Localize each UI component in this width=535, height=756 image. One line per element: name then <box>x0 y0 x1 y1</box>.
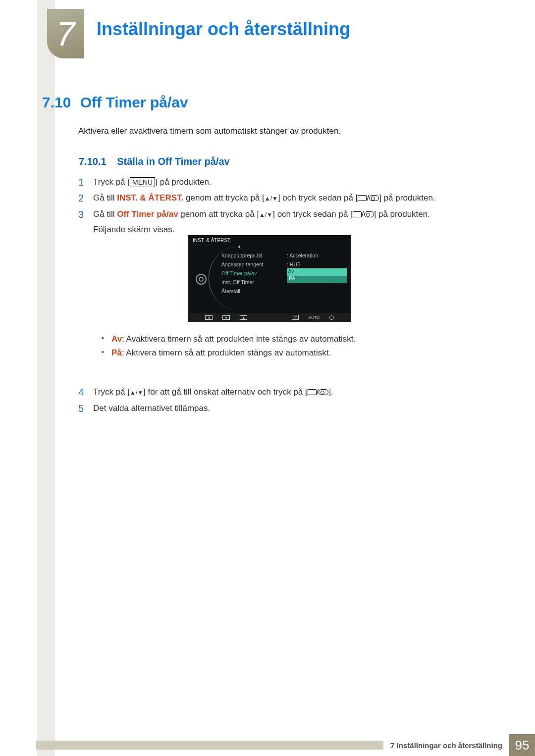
text: Gå till <box>93 209 117 219</box>
step-number: 2 <box>78 191 93 206</box>
up-down-icon: ▲/▼ <box>130 389 143 396</box>
step-3: 3 Gå till Off Timer på/av genom att tryc… <box>78 207 484 237</box>
bullet-pa: • På: Aktivera timern så att produkten s… <box>102 348 356 358</box>
text: genom att trycka på [ <box>178 209 259 219</box>
bullet-icon: • <box>102 334 111 344</box>
osd-row-label: Inst. Off Timer <box>221 278 264 287</box>
step-4: 4 Tryck på [▲/▼] för att gå till önskat … <box>78 385 484 400</box>
text: Gå till <box>93 193 117 202</box>
step-text: Gå till Off Timer på/av genom att trycka… <box>93 207 484 237</box>
step-number: 4 <box>78 385 93 400</box>
osd-row-label: Återställ <box>221 287 264 296</box>
step-text: Gå till INST. & ÅTERST. genom att trycka… <box>93 191 484 206</box>
option-label: På <box>111 348 122 357</box>
text: : Aktivera timern så att produkten stäng… <box>122 348 331 357</box>
enter-icon <box>319 389 328 395</box>
page-footer: 7 Inställningar och återställning 95 <box>0 734 535 756</box>
text: HUB <box>290 261 301 267</box>
bullet-icon: • <box>102 348 111 358</box>
footer-bar <box>36 741 383 750</box>
step-text: Det valda alternativet tillämpas. <box>93 401 484 416</box>
rect-icon <box>358 195 367 201</box>
emphasis: INST. & ÅTERST. <box>117 193 183 202</box>
text: Acceleration <box>289 252 318 258</box>
subsection-title: Ställa in Off Timer på/av <box>117 156 229 167</box>
osd-screenshot: INST. & ÅTERST. ▲ Knappupprepn.tid Anpas… <box>188 235 351 322</box>
osd-row-label: Anpassad tangent <box>221 260 264 269</box>
chapter-number: 7 <box>56 14 75 53</box>
footer-caption: 7 Inställningar och återställning <box>383 741 509 750</box>
osd-bottom-bar: ◄ ▼ ▲ ⏎ AUTO <box>188 313 351 322</box>
osd-left-icon: ◄ <box>205 315 213 320</box>
osd-down-icon: ▼ <box>222 315 230 320</box>
text: ] och tryck sedan på [ <box>272 209 353 219</box>
step-number: 1 <box>78 175 93 190</box>
text: ] på produkten. <box>379 193 435 202</box>
step-2: 2 Gå till INST. & ÅTERST. genom att tryc… <box>78 191 484 206</box>
chapter-tab: 7 <box>47 9 84 58</box>
osd-enter-icon: ⏎ <box>292 315 299 320</box>
osd-title: INST. & ÅTERST. <box>188 235 351 246</box>
section-intro: Aktivera eller avaktivera timern som aut… <box>78 126 341 136</box>
text: genom att trycka på [ <box>183 193 264 202</box>
text: ] för att gå till önskat alternativ och … <box>143 387 308 397</box>
osd-menu-column: Knappupprepn.tid Anpassad tangent Off Ti… <box>221 251 264 296</box>
text: : Avaktivera timern så att produkten int… <box>122 334 356 344</box>
rect-icon <box>308 389 317 395</box>
text: ] på produkten. <box>155 177 211 187</box>
option-bullets: • Av: Avaktivera timern så att produkten… <box>102 334 356 362</box>
osd-row-value: : HUB <box>287 260 318 269</box>
osd-row-label-selected: Off Timer på/av <box>221 269 264 278</box>
section-title: Off Timer på/av <box>80 94 188 111</box>
osd-row-value: : Acceleration <box>287 251 318 260</box>
step-text: Tryck på [▲/▼] för att gå till önskat al… <box>93 385 484 400</box>
text: Av <box>288 268 294 274</box>
bullet-text: Av: Avaktivera timern så att produkten i… <box>111 334 356 344</box>
up-down-icon: ▲/▼ <box>259 211 272 218</box>
osd-up-icon: ▲ <box>240 315 247 320</box>
section-heading: 7.10 Off Timer på/av <box>42 94 188 111</box>
subsection-number: 7.10.1 <box>79 156 107 167</box>
osd-selected-value: Av <box>287 268 347 276</box>
menu-button-label: MENU <box>130 177 155 187</box>
enter-icon <box>364 211 374 217</box>
text: Tryck på [ <box>93 387 130 397</box>
gear-icon <box>196 274 207 285</box>
osd-dropdown-option: På <box>287 276 347 283</box>
step-number: 5 <box>78 401 93 416</box>
osd-row-label: Knappupprepn.tid <box>221 251 264 260</box>
step-text: Tryck på [MENU] på produkten. <box>93 175 484 190</box>
osd-power-icon <box>329 315 334 320</box>
page-number: 95 <box>509 734 535 756</box>
step-number: 3 <box>78 207 93 237</box>
section-number: 7.10 <box>42 94 71 111</box>
bullet-text: På: Aktivera timern så att produkten stä… <box>111 348 331 358</box>
step-1: 1 Tryck på [MENU] på produkten. <box>78 175 484 190</box>
text: Tryck på [ <box>93 177 130 187</box>
text: ]. <box>328 387 333 397</box>
text: ] på produkten. <box>374 209 430 219</box>
chapter-title: Inställningar och återställning <box>97 19 350 40</box>
subsection-heading: 7.10.1 Ställa in Off Timer på/av <box>79 156 230 167</box>
option-label: Av <box>111 334 122 344</box>
osd-value-column: : Acceleration : HUB <box>287 251 318 269</box>
emphasis: Off Timer på/av <box>117 209 178 219</box>
rect-icon <box>353 211 362 217</box>
enter-icon <box>369 195 379 201</box>
osd-auto-label: AUTO <box>309 315 320 320</box>
step-5: 5 Det valda alternativet tillämpas. <box>78 401 484 416</box>
text: ] och tryck sedan på [ <box>278 193 358 202</box>
sidebar-stripe <box>37 0 55 756</box>
text: Följande skärm visas. <box>93 225 174 234</box>
up-down-icon: ▲/▼ <box>265 195 278 202</box>
bullet-av: • Av: Avaktivera timern så att produkten… <box>102 334 356 344</box>
